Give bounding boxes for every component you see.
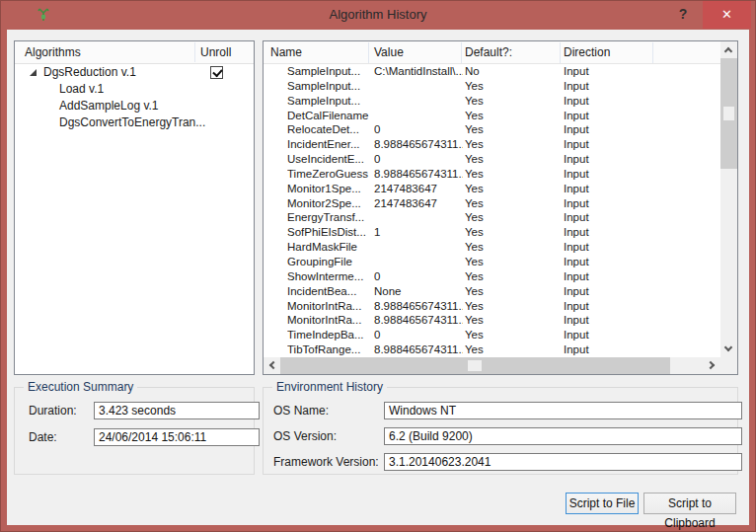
- cell-direction: Input: [564, 328, 662, 342]
- script-to-file-button[interactable]: Script to File: [566, 493, 639, 514]
- cell-direction: Input: [564, 109, 662, 123]
- tree-item[interactable]: Load v.1: [15, 81, 254, 98]
- table-row[interactable]: SampleInput... Yes Input: [264, 94, 720, 109]
- date-field[interactable]: [94, 428, 260, 446]
- date-row: Date:: [29, 428, 250, 446]
- table-row[interactable]: MonitorIntRa... 8.988465674311... Yes In…: [264, 299, 720, 314]
- cell-name: TimeIndepBa...: [287, 328, 372, 342]
- script-to-clipboard-button[interactable]: Script to Clipboard: [643, 493, 736, 514]
- expand-arrow-icon[interactable]: [30, 69, 37, 76]
- table-row[interactable]: IncidentBea... None Yes Input: [264, 284, 720, 299]
- scroll-right-button[interactable]: [704, 357, 720, 374]
- cell-value: 8.988465674311...: [374, 299, 463, 314]
- column-header-name[interactable]: Name: [270, 41, 302, 63]
- properties-table-panel: Name Value Default?: Direction SampleInp…: [263, 40, 738, 375]
- cell-name: IncidentEner...: [287, 137, 372, 152]
- cell-direction: Input: [564, 255, 662, 269]
- table-row[interactable]: TimeIndepBa... 0 Yes Input: [264, 328, 720, 342]
- cell-value: 8.988465674311...: [374, 137, 463, 152]
- table-row[interactable]: EnergyTransf... Yes Input: [264, 210, 720, 225]
- table-row[interactable]: UseIncidentE... 0 Yes Input: [264, 152, 720, 167]
- cell-name: RelocateDet...: [287, 122, 372, 137]
- cell-value: 0: [374, 328, 463, 342]
- table-row[interactable]: HardMaskFile Yes Input: [264, 240, 720, 255]
- environment-history-title: Environment History: [272, 380, 387, 394]
- vertical-scroll-thumb[interactable]: [720, 58, 737, 169]
- cell-default: Yes: [465, 182, 560, 196]
- column-separator: [652, 42, 653, 63]
- cell-direction: Input: [564, 64, 662, 79]
- column-separator: [368, 42, 369, 63]
- tree-item-label: AddSampleLog v.1: [59, 98, 159, 114]
- cell-default: Yes: [465, 240, 560, 255]
- unroll-checkbox[interactable]: [210, 66, 223, 79]
- cell-name: EnergyTransf...: [287, 210, 372, 225]
- cell-name: HardMaskFile: [287, 240, 372, 255]
- duration-field[interactable]: [94, 402, 260, 419]
- horizontal-scrollbar[interactable]: [264, 357, 720, 374]
- column-header-value[interactable]: Value: [374, 41, 404, 63]
- cell-direction: Input: [564, 342, 662, 357]
- scrollbar-corner: [720, 357, 737, 374]
- scroll-down-button[interactable]: [720, 341, 737, 357]
- cell-direction: Input: [564, 152, 662, 167]
- os-name-field[interactable]: [384, 402, 742, 419]
- cell-direction: Input: [564, 210, 662, 225]
- table-row[interactable]: DetCalFilename Yes Input: [264, 109, 720, 123]
- scroll-left-button[interactable]: [264, 357, 280, 374]
- vertical-scrollbar[interactable]: [720, 41, 737, 357]
- cell-direction: Input: [564, 137, 662, 152]
- cell-value: 2147483647: [374, 196, 463, 211]
- cell-direction: Input: [564, 240, 662, 255]
- framework-version-field[interactable]: [384, 453, 742, 471]
- os-name-label: OS Name:: [273, 402, 329, 419]
- cell-name: SampleInput...: [287, 79, 372, 94]
- chevron-right-icon: [707, 361, 715, 369]
- table-row[interactable]: TibTofRange... 8.988465674311... Yes Inp…: [264, 342, 720, 357]
- table-viewport: Name Value Default?: Direction SampleInp…: [264, 41, 720, 357]
- table-row[interactable]: GroupingFile Yes Input: [264, 255, 720, 269]
- cell-default: Yes: [465, 137, 560, 152]
- cell-default: Yes: [465, 94, 560, 109]
- tree-item[interactable]: AddSampleLog v.1: [15, 98, 254, 114]
- window-title: Algorithm History: [0, 0, 756, 30]
- cell-default: Yes: [465, 122, 560, 137]
- cell-value: 0: [374, 269, 463, 284]
- execution-summary-group: Execution Summary Duration: Date:: [14, 387, 255, 475]
- os-version-field[interactable]: [384, 427, 742, 445]
- table-row[interactable]: MonitorIntRa... 8.988465674311... Yes In…: [264, 313, 720, 328]
- cell-default: Yes: [465, 313, 560, 328]
- tree-item[interactable]: DgsConvertToEnergyTran...: [15, 114, 254, 131]
- column-header-default[interactable]: Default?:: [465, 41, 512, 63]
- os-version-row: OS Version:: [273, 427, 733, 445]
- table-row[interactable]: TimeZeroGuess 8.988465674311... Yes Inpu…: [264, 167, 720, 182]
- cell-default: Yes: [465, 269, 560, 284]
- help-button[interactable]: ?: [671, 0, 695, 29]
- horizontal-scroll-thumb[interactable]: [280, 357, 670, 374]
- cell-direction: Input: [564, 94, 662, 109]
- table-row[interactable]: SofPhiEIsDist... 1 Yes Input: [264, 225, 720, 240]
- table-row[interactable]: SampleInput... C:\MantidInstall\... No I…: [264, 64, 720, 79]
- cell-direction: Input: [564, 299, 662, 314]
- column-header-direction[interactable]: Direction: [564, 41, 610, 63]
- title-bar[interactable]: Algorithm History ? ✕: [0, 0, 756, 30]
- table-row[interactable]: RelocateDet... 0 Yes Input: [264, 122, 720, 137]
- close-button[interactable]: ✕: [703, 1, 751, 29]
- tree-header-separator: [194, 42, 195, 62]
- table-row[interactable]: ShowInterme... 0 Yes Input: [264, 269, 720, 284]
- tree-item-label: Load v.1: [59, 81, 104, 98]
- chevron-up-icon: [724, 47, 732, 55]
- table-row[interactable]: Monitor1Spe... 2147483647 Yes Input: [264, 182, 720, 196]
- chevron-down-icon: [724, 343, 732, 351]
- cell-direction: Input: [564, 79, 662, 94]
- duration-row: Duration:: [29, 402, 250, 419]
- scroll-up-button[interactable]: [720, 41, 737, 58]
- cell-name: Monitor2Spe...: [287, 196, 372, 211]
- tree-item-root[interactable]: DgsReduction v.1: [15, 64, 254, 81]
- cell-name: IncidentBea...: [287, 284, 372, 299]
- cell-default: Yes: [465, 109, 560, 123]
- table-row[interactable]: IncidentEner... 8.988465674311... Yes In…: [264, 137, 720, 152]
- table-row[interactable]: SampleInput... Yes Input: [264, 79, 720, 94]
- cell-default: Yes: [465, 342, 560, 357]
- table-row[interactable]: Monitor2Spe... 2147483647 Yes Input: [264, 196, 720, 211]
